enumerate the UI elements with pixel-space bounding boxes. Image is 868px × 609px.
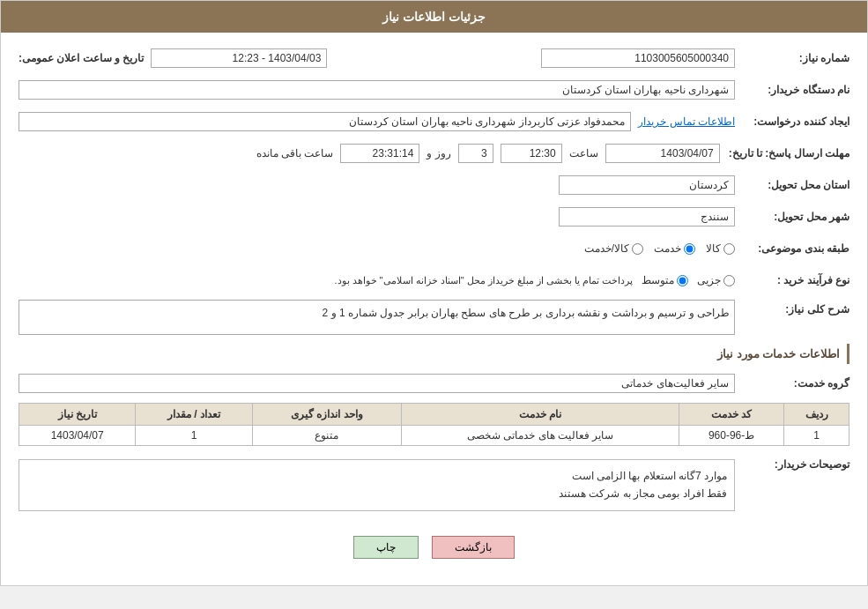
tabaqe-kala-label: کالا <box>706 242 721 255</box>
tosifat-line1: موارد 7گانه استعلام بها الزامی است <box>26 467 727 485</box>
mohlat-separator: روز و <box>427 147 450 160</box>
farayand-motevaset-radio[interactable] <box>677 275 688 286</box>
cell-tarikh: 1403/04/07 <box>19 426 136 446</box>
tabaqe-kala-khadamat-label: کالا/خدمت <box>584 242 629 255</box>
mohlat-remaining: ساعت باقی مانده <box>256 147 334 160</box>
khadamat-section-title: اطلاعات خدمات مورد نیاز <box>19 344 849 364</box>
cell-tedad: 1 <box>136 426 252 446</box>
tabaqe-label: طبقه بندی موضوعی: <box>735 242 849 255</box>
cell-kod: ط-96-960 <box>679 426 783 446</box>
sharh-kolli-value: طراحی و ترسیم و برداشت و نقشه برداری بر … <box>19 300 735 335</box>
tabaqe-kala-khadamat-item[interactable]: کالا/خدمت <box>584 242 643 255</box>
farayand-jozii-item[interactable]: جزیی <box>697 274 735 286</box>
mohlat-date: 1403/04/07 <box>605 144 720 163</box>
shomare-niaz-value: 1103005605000340 <box>541 48 735 68</box>
cell-nam: سایر فعالیت های خدماتی شخصی <box>402 426 679 446</box>
sharh-kolli-label: شرح کلی نیاز: <box>735 300 849 316</box>
farayand-motevaset-item[interactable]: متوسط <box>642 274 688 286</box>
col-radif: ردیف <box>784 404 849 426</box>
mohlat-label: مهلت ارسال پاسخ: تا تاریخ: <box>720 147 849 160</box>
ostan-label: استان محل تحویل: <box>735 179 849 191</box>
page-header: جزئیات اطلاعات نیاز <box>1 1 867 33</box>
tarikh-elan-value: 1403/04/03 - 12:23 <box>151 48 327 68</box>
ostan-value: کردستان <box>559 175 735 195</box>
col-tedad: تعداد / مقدار <box>136 404 252 426</box>
ettelaat-tamas-link[interactable]: اطلاعات تماس خریدار <box>638 115 735 128</box>
shomare-niaz-label: شماره نیاز: <box>735 52 849 64</box>
cell-vahed: متنوع <box>252 426 401 446</box>
farayand-motevaset-label: متوسط <box>642 274 674 286</box>
ijad-konande-value: محمدفواد عزتی کاربرداز شهرداری ناحیه بها… <box>19 112 631 131</box>
mohlat-time: 12:30 <box>501 144 562 163</box>
table-row: 1 ط-96-960 سایر فعالیت های خدماتی شخصی م… <box>19 426 849 446</box>
col-tarikh: تاریخ نیاز <box>19 404 136 426</box>
col-vahed: واحد اندازه گیری <box>252 404 401 426</box>
tabaqe-kala-radio[interactable] <box>723 243 735 255</box>
ijad-konande-label: ایجاد کننده درخواست: <box>735 115 849 128</box>
nam-dastgah-value: شهرداری ناحیه بهاران استان کردستان <box>19 80 735 100</box>
page-title: جزئیات اطلاعات نیاز <box>382 10 486 24</box>
mohlat-clock: 23:31:14 <box>340 144 419 163</box>
back-button[interactable]: بازگشت <box>432 536 515 559</box>
tabaqe-khadamat-label: خدمت <box>654 242 681 255</box>
tosifat-content: موارد 7گانه استعلام بها الزامی است فقط ا… <box>19 459 735 511</box>
cell-radif: 1 <box>784 426 849 446</box>
button-row: بازگشت چاپ <box>19 523 849 572</box>
col-kod: کد خدمت <box>679 404 783 426</box>
grohe-khadamat-label: گروه خدمت: <box>735 377 849 390</box>
nam-dastgah-label: نام دستگاه خریدار: <box>735 84 849 96</box>
shahr-label: شهر محل تحویل: <box>735 211 849 223</box>
grohe-khadamat-value: سایر فعالیت‌های خدماتی <box>19 374 735 393</box>
tosifat-label: توصیحات خریدار: <box>735 455 849 471</box>
farayand-jozii-radio[interactable] <box>723 275 735 286</box>
service-table: ردیف کد خدمت نام خدمت واحد اندازه گیری ت… <box>19 403 849 446</box>
noe-farayand-label: نوع فرآیند خرید : <box>735 274 849 286</box>
tabaqe-khadamat-item[interactable]: خدمت <box>654 242 695 255</box>
shahr-value: سنندج <box>559 207 735 227</box>
tosifat-line2: فقط افراد بومی مجاز به شرکت هستند <box>26 485 727 502</box>
tabaqe-kala-item[interactable]: کالا <box>706 242 735 255</box>
mohlat-time-label: ساعت <box>569 147 598 160</box>
tabaqe-khadamat-radio[interactable] <box>684 243 695 255</box>
mohlat-day: 3 <box>458 144 493 163</box>
tarikh-elan-label: تاریخ و ساعت اعلان عمومی: <box>19 52 144 64</box>
tabaqe-radio-group: کالا خدمت کالا/خدمت <box>19 242 735 255</box>
tabaqe-kala-khadamat-radio[interactable] <box>632 243 643 255</box>
farayand-description: پرداخت تمام یا بخشی از مبلغ خریداز محل "… <box>334 275 633 286</box>
farayand-jozii-label: جزیی <box>697 274 721 286</box>
print-button[interactable]: چاپ <box>353 536 419 559</box>
col-nam: نام خدمت <box>402 404 679 426</box>
